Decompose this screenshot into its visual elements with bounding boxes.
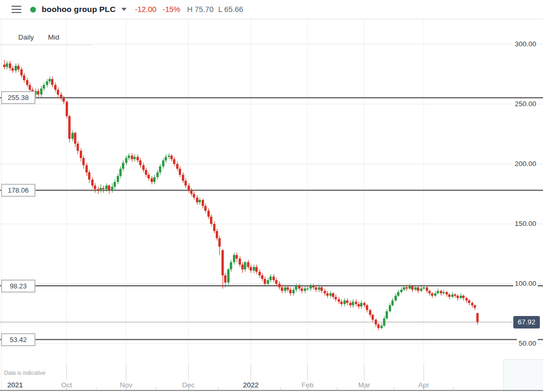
candle-body bbox=[68, 116, 71, 139]
candle-body bbox=[312, 286, 315, 287]
candle-body bbox=[261, 275, 264, 279]
candle-body bbox=[255, 267, 258, 272]
day-low: L 65.66 bbox=[218, 5, 243, 14]
candle-body bbox=[94, 185, 96, 189]
candle-body bbox=[468, 300, 471, 303]
candle-body bbox=[210, 217, 213, 224]
candle-body bbox=[114, 182, 116, 187]
candle-body bbox=[9, 64, 11, 68]
candle-body bbox=[82, 158, 85, 166]
interval-select[interactable]: Daily bbox=[18, 33, 34, 41]
candle-body bbox=[320, 287, 323, 291]
candle-body bbox=[15, 66, 17, 70]
candle-body bbox=[108, 185, 110, 190]
candle-body bbox=[275, 280, 278, 284]
candle-body bbox=[278, 284, 281, 287]
menu-icon[interactable] bbox=[11, 6, 21, 13]
candle-body bbox=[199, 200, 201, 203]
candle-body bbox=[442, 292, 445, 293]
candle-body bbox=[287, 287, 289, 290]
candle-body bbox=[184, 181, 187, 185]
candle-body bbox=[63, 98, 65, 102]
candle-body bbox=[349, 303, 352, 306]
candle-body bbox=[377, 324, 380, 328]
candle-body bbox=[366, 305, 368, 310]
candle-body bbox=[267, 280, 269, 284]
candle-body bbox=[133, 157, 136, 159]
candle-body bbox=[26, 80, 29, 85]
candle-body bbox=[437, 291, 439, 294]
candle-body bbox=[77, 144, 79, 151]
candle-body bbox=[273, 276, 275, 280]
candle-body bbox=[332, 293, 335, 297]
candle-body bbox=[111, 187, 114, 191]
candle-body bbox=[324, 291, 326, 294]
x-axis-label: 2021 bbox=[7, 381, 23, 389]
x-axis-label: Oct bbox=[61, 381, 72, 389]
candle-body bbox=[29, 85, 31, 90]
status-dot-icon bbox=[30, 7, 36, 12]
candle-body bbox=[207, 211, 210, 217]
y-axis-label: 50.00 bbox=[517, 339, 538, 348]
candle-body bbox=[448, 295, 451, 297]
candle-body bbox=[363, 303, 366, 306]
candle-body bbox=[3, 65, 6, 67]
candle-body bbox=[85, 165, 88, 172]
candle-body bbox=[420, 288, 423, 291]
candle-body bbox=[162, 160, 165, 167]
price-chart[interactable] bbox=[0, 0, 543, 392]
candle-body bbox=[360, 303, 363, 307]
candle-body bbox=[289, 290, 292, 294]
candle-body bbox=[156, 172, 159, 177]
candle-body bbox=[176, 164, 179, 169]
candle-body bbox=[383, 319, 386, 326]
candle-body bbox=[310, 286, 312, 289]
candle-body bbox=[51, 79, 54, 85]
candle-body bbox=[386, 311, 388, 319]
candle-body bbox=[405, 287, 408, 288]
price-type-select[interactable]: Mid bbox=[48, 33, 59, 41]
candle-body bbox=[431, 293, 434, 296]
candle-body bbox=[71, 133, 74, 139]
candle-body bbox=[434, 293, 437, 296]
candle-body bbox=[292, 290, 295, 294]
candle-body bbox=[357, 304, 360, 307]
candle-body bbox=[193, 194, 195, 198]
candle-body bbox=[60, 95, 63, 98]
candle-body bbox=[428, 291, 431, 294]
candle-body bbox=[159, 167, 162, 173]
candle-body bbox=[147, 175, 150, 179]
chevron-down-icon[interactable] bbox=[121, 8, 127, 11]
candle-body bbox=[295, 286, 298, 290]
candle-body bbox=[168, 156, 170, 157]
candle-body bbox=[462, 296, 465, 298]
candle-body bbox=[269, 276, 272, 280]
candle-body bbox=[17, 66, 20, 69]
candle-body bbox=[264, 279, 266, 284]
level-label: 178.06 bbox=[1, 184, 35, 197]
candle-body bbox=[476, 313, 479, 322]
level-label: 53.42 bbox=[1, 333, 35, 346]
candle-body bbox=[338, 299, 340, 302]
x-axis-label: 2022 bbox=[243, 381, 258, 389]
x-axis-label: Mar bbox=[358, 381, 370, 389]
candle-body bbox=[306, 288, 309, 289]
candle-body bbox=[216, 231, 218, 238]
candle-body bbox=[239, 259, 241, 265]
header: boohoo group PLC -12.00 -15% H 75.70 L 6… bbox=[0, 0, 543, 19]
candle-body bbox=[57, 90, 59, 94]
candle-body bbox=[230, 262, 232, 270]
candle-body bbox=[182, 175, 184, 181]
candle-body bbox=[451, 295, 454, 297]
candle-body bbox=[6, 64, 8, 67]
candle-body bbox=[80, 151, 82, 158]
candle-body bbox=[380, 326, 383, 328]
x-axis-label: Nov bbox=[120, 381, 132, 389]
x-axis-label: Feb bbox=[301, 381, 313, 389]
candle-body bbox=[355, 302, 357, 305]
last-price-badge: 67.92 bbox=[513, 316, 540, 328]
candle-body bbox=[318, 287, 320, 290]
candle-body bbox=[105, 185, 108, 189]
instrument-title[interactable]: boohoo group PLC bbox=[42, 5, 116, 14]
candle-body bbox=[423, 287, 425, 288]
